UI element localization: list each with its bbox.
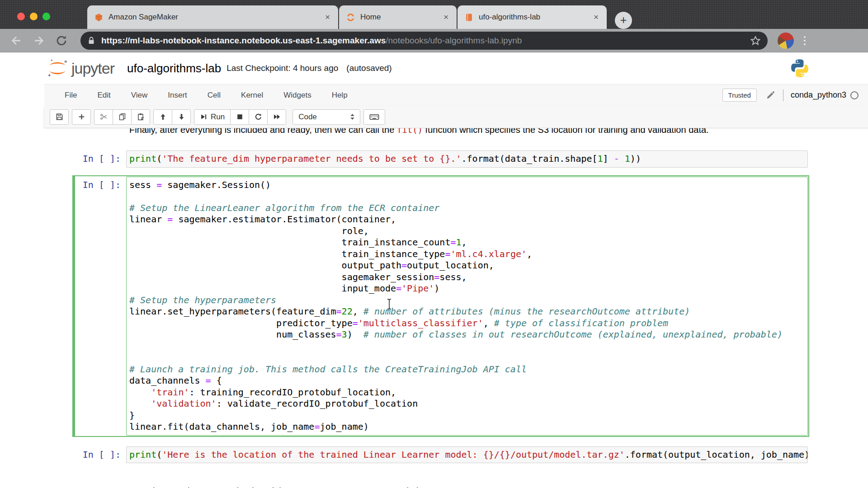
tab-close-icon[interactable]: × (442, 12, 450, 22)
notebook-area: Finally, after everything is included an… (0, 128, 868, 488)
restart-run-all-button[interactable] (267, 109, 286, 125)
stop-icon (236, 113, 244, 121)
text-cursor-pointer (386, 298, 393, 310)
address-bar[interactable]: https://ml-labs-notebook-instance.notebo… (80, 32, 768, 50)
divider (783, 89, 783, 101)
tab-label: Home (360, 13, 438, 22)
window-close-button[interactable] (17, 13, 25, 20)
menu-bar: File Edit View Insert Cell Kernel Widget… (44, 84, 868, 106)
tab-close-icon[interactable]: × (323, 12, 332, 22)
jupyter-menu-toolbar-band: File Edit View Insert Cell Kernel Widget… (44, 84, 868, 128)
menu-widgets[interactable]: Widgets (283, 91, 311, 100)
code-input-area[interactable]: print('The feature_dim hyperparameter ne… (126, 150, 808, 168)
forward-button[interactable] (33, 34, 45, 47)
jupyter-header: jupyter ufo-algorithms-lab Last Checkpoi… (0, 52, 868, 84)
markdown-text[interactable]: From here we have two trained models to … (126, 485, 808, 488)
code-cell[interactable]: In [ ]: print('Here is the location of t… (72, 445, 809, 465)
autosave-status: (autosaved) (346, 63, 392, 73)
browser-menu-button[interactable] (804, 36, 806, 45)
tab-close-icon[interactable]: × (592, 12, 600, 22)
restart-icon (255, 113, 262, 121)
code-editor[interactable]: print('Here is the location of the train… (129, 449, 805, 461)
tab-label: ufo-algorithms-lab (479, 13, 588, 22)
back-arrow-icon (10, 34, 23, 47)
browser-profile-avatar[interactable] (778, 33, 794, 49)
tab-amazon-sagemaker[interactable]: Amazon SageMaker × (87, 5, 338, 29)
cut-cell-button[interactable] (94, 109, 113, 125)
code-editor[interactable]: print('The feature_dim hyperparameter ne… (129, 153, 805, 165)
tab-strip: Amazon SageMaker × Home × ufo-algorithms… (87, 5, 608, 29)
restart-kernel-button[interactable] (249, 109, 268, 125)
move-cell-down-button[interactable] (172, 109, 191, 125)
menu-view[interactable]: View (131, 91, 148, 100)
checkpoint-status: Last Checkpoint: 4 hours ago (226, 63, 338, 73)
tab-ufo-algorithms-lab[interactable]: ufo-algorithms-lab × (458, 5, 607, 29)
move-cell-up-button[interactable] (153, 109, 172, 125)
notebook-title[interactable]: ufo-algorithms-lab (127, 61, 221, 75)
cell-type-select[interactable]: Code (292, 109, 360, 125)
scissors-icon (100, 113, 108, 121)
code-input-area[interactable]: sess = sagemaker.Session() # Setup the L… (126, 177, 808, 436)
markdown-text[interactable]: Finally, after everything is included an… (126, 128, 808, 135)
copy-cell-button[interactable] (113, 109, 132, 125)
menu-file[interactable]: File (65, 91, 77, 100)
code-cell-selected[interactable]: In [ ]: sess = sagemaker.Session() # Set… (72, 175, 809, 437)
lock-icon (87, 36, 96, 45)
kernel-idle-indicator-icon (850, 91, 859, 100)
run-cell-button[interactable]: Run (194, 109, 231, 125)
reload-button[interactable] (55, 34, 68, 47)
window-minimize-button[interactable] (30, 13, 38, 20)
browser-tab-bar: Amazon SageMaker × Home × ufo-algorithms… (0, 0, 868, 29)
window-zoom-button[interactable] (42, 13, 50, 20)
menu-edit[interactable]: Edit (97, 91, 110, 100)
paste-icon (137, 113, 145, 121)
jupyter-logo[interactable] (47, 58, 68, 79)
command-palette-button[interactable] (363, 109, 385, 125)
code-cell[interactable]: In [ ]: print('The feature_dim hyperpara… (72, 149, 809, 169)
kernel-name: conda_python3 (791, 90, 846, 100)
paste-cell-button[interactable] (131, 109, 150, 125)
menu-right-cluster: Trusted conda_python3 (722, 89, 859, 102)
keyboard-icon (369, 112, 379, 122)
step-forward-icon (200, 113, 208, 121)
copy-icon (118, 113, 126, 121)
fast-forward-icon (273, 113, 281, 121)
cell-prompt: In [ ]: (75, 150, 126, 168)
save-button[interactable] (50, 109, 69, 125)
jupyter-orbit-icon (346, 13, 355, 22)
save-icon (56, 113, 63, 121)
browser-toolbar: https://ml-labs-notebook-instance.notebo… (0, 29, 868, 52)
arrow-up-icon (159, 113, 167, 121)
markdown-cell-clipped: Finally, after everything is included an… (72, 128, 809, 136)
sagemaker-cube-icon (94, 13, 103, 22)
arrow-down-icon (178, 113, 185, 121)
python-logo (789, 58, 810, 79)
tab-home[interactable]: Home × (339, 5, 457, 29)
code-editor[interactable]: sess = sagemaker.Session() # Setup the L… (129, 179, 805, 433)
window-controls (17, 13, 50, 20)
notebook-toolbar: Run Code (44, 106, 868, 128)
menu-cell[interactable]: Cell (208, 91, 221, 100)
menu-kernel[interactable]: Kernel (241, 91, 263, 100)
select-arrows-icon (349, 113, 355, 121)
trusted-badge[interactable]: Trusted (722, 89, 757, 102)
code-input-area[interactable]: print('Here is the location of the train… (126, 446, 808, 464)
notebook-icon (465, 13, 473, 22)
cell-prompt: In [ ]: (75, 177, 126, 436)
url-text: https://ml-labs-notebook-instance.notebo… (101, 36, 745, 46)
menu-insert[interactable]: Insert (168, 91, 187, 100)
menu-help[interactable]: Help (332, 91, 348, 100)
edit-title-pencil-icon[interactable] (766, 91, 775, 100)
plus-icon (78, 113, 85, 121)
jupyter-wordmark[interactable]: jupyter (71, 60, 114, 77)
run-label: Run (211, 113, 225, 122)
back-button[interactable] (10, 34, 23, 47)
cell-prompt: In [ ]: (75, 446, 126, 464)
url-host: https://ml-labs-notebook-instance.notebo… (101, 36, 386, 45)
new-tab-button[interactable]: + (615, 12, 632, 29)
insert-cell-button[interactable] (72, 109, 91, 125)
url-path: /notebooks/ufo-algorithms-lab.ipynb (386, 36, 522, 45)
bookmark-star-icon[interactable] (750, 36, 760, 46)
cell-type-value: Code (298, 113, 349, 122)
interrupt-kernel-button[interactable] (230, 109, 249, 125)
